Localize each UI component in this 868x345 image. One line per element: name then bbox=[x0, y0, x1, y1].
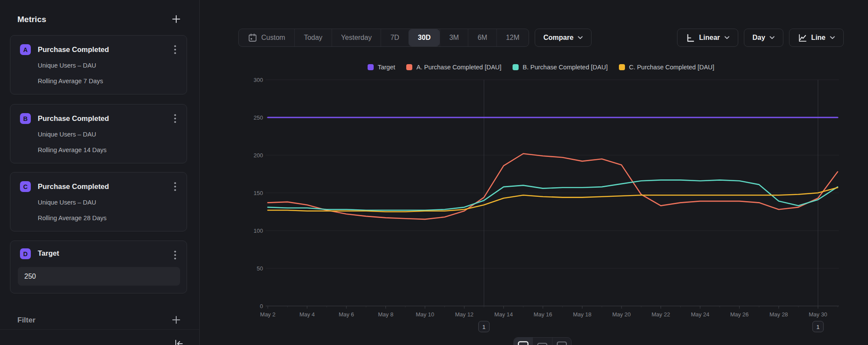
collapse-sidebar-button[interactable] bbox=[173, 338, 185, 345]
metric-measure: Unique Users – DAU bbox=[38, 62, 96, 69]
kebab-icon bbox=[174, 182, 176, 191]
chart-type-select-button[interactable]: Line bbox=[789, 29, 844, 47]
interval-label: Day bbox=[753, 34, 765, 42]
add-metric-button[interactable] bbox=[171, 14, 181, 24]
add-filter-button[interactable] bbox=[171, 315, 181, 325]
calendar-icon bbox=[248, 33, 257, 42]
date-range-6m[interactable]: 6M bbox=[468, 29, 496, 46]
chevron-down-icon bbox=[724, 36, 730, 39]
svg-text:May 30: May 30 bbox=[809, 311, 827, 318]
metric-card-a[interactable]: APurchase CompletedUnique Users – DAURol… bbox=[10, 35, 187, 94]
legend-item[interactable]: B. Purchase Completed [DAU] bbox=[513, 64, 608, 71]
plus-icon bbox=[171, 315, 181, 325]
metric-card-c[interactable]: CPurchase CompletedUnique Users – DAURol… bbox=[10, 172, 187, 231]
date-range-label: 6M bbox=[477, 34, 487, 42]
date-range-label: Yesterday bbox=[341, 34, 372, 42]
legend-item[interactable]: A. Purchase Completed [DAU] bbox=[406, 64, 501, 71]
svg-text:50: 50 bbox=[257, 265, 263, 272]
metric-measure: Unique Users – DAU bbox=[38, 131, 96, 138]
svg-text:May 4: May 4 bbox=[299, 311, 315, 318]
metric-card-b[interactable]: BPurchase CompletedUnique Users – DAURol… bbox=[10, 104, 187, 163]
date-range-label: Custom bbox=[261, 34, 285, 42]
chart-display-controls: Linear Day Line bbox=[677, 29, 844, 47]
sidebar: Metrics APurchase CompletedUnique Users … bbox=[0, 0, 200, 345]
svg-text:May 14: May 14 bbox=[494, 311, 513, 318]
annotation-marker[interactable]: 1 bbox=[812, 321, 823, 332]
date-range-7d[interactable]: 7D bbox=[381, 29, 408, 46]
chart-type-label: Line bbox=[811, 34, 825, 42]
metric-menu-button[interactable] bbox=[169, 112, 181, 125]
date-range-label: 12M bbox=[506, 34, 519, 42]
svg-text:May 20: May 20 bbox=[612, 311, 631, 318]
metric-badge: C bbox=[20, 181, 31, 192]
line-chart[interactable]: 050100150200250300May 2May 4May 6May 8Ma… bbox=[243, 76, 868, 345]
legend-item[interactable]: Target bbox=[368, 64, 395, 71]
svg-text:May 18: May 18 bbox=[573, 311, 592, 318]
chevron-down-icon bbox=[830, 36, 835, 39]
kebab-icon bbox=[174, 45, 176, 54]
interval-select-button[interactable]: Day bbox=[744, 29, 783, 47]
chart-size-option-large[interactable] bbox=[514, 338, 533, 345]
date-range-3m[interactable]: 3M bbox=[440, 29, 468, 46]
legend-swatch bbox=[368, 64, 374, 70]
filter-panel-title: Filter bbox=[17, 316, 36, 325]
target-value-input[interactable] bbox=[18, 267, 180, 286]
scale-select-button[interactable]: Linear bbox=[677, 29, 738, 47]
svg-text:May 24: May 24 bbox=[691, 311, 710, 318]
svg-text:250: 250 bbox=[253, 114, 263, 121]
compare-label: Compare bbox=[543, 34, 573, 42]
small-rect-icon bbox=[556, 341, 567, 345]
chevron-down-icon bbox=[769, 36, 775, 39]
svg-text:150: 150 bbox=[253, 190, 263, 196]
legend-swatch bbox=[619, 64, 625, 70]
large-rect-icon bbox=[518, 341, 529, 345]
metric-title: Purchase Completed bbox=[38, 114, 109, 123]
svg-text:May 10: May 10 bbox=[416, 311, 434, 318]
line-chart-icon bbox=[798, 33, 807, 42]
metric-badge: D bbox=[20, 248, 31, 259]
svg-text:May 26: May 26 bbox=[730, 311, 749, 318]
date-range-30d[interactable]: 30D bbox=[408, 29, 440, 46]
kebab-icon bbox=[174, 114, 176, 123]
date-range-12m[interactable]: 12M bbox=[496, 29, 529, 46]
chart-size-option-medium[interactable] bbox=[533, 338, 552, 345]
medium-rect-icon bbox=[537, 341, 548, 345]
chart-canvas[interactable]: 050100150200250300May 2May 4May 6May 8Ma… bbox=[243, 76, 868, 345]
date-range-yesterday[interactable]: Yesterday bbox=[332, 29, 381, 46]
metric-badge: B bbox=[20, 113, 31, 124]
date-range-label: Today bbox=[304, 34, 322, 42]
metric-transform: Rolling Average 28 Days bbox=[38, 215, 107, 221]
annotation-marker[interactable]: 1 bbox=[479, 321, 490, 332]
metric-title: Purchase Completed bbox=[38, 46, 109, 54]
metric-menu-button[interactable] bbox=[169, 180, 181, 193]
metric-menu-button[interactable] bbox=[169, 248, 181, 261]
metric-title: Target bbox=[38, 249, 59, 257]
kebab-icon bbox=[174, 251, 176, 260]
legend-label: Target bbox=[378, 64, 395, 71]
plus-icon bbox=[171, 14, 181, 24]
metric-title: Purchase Completed bbox=[38, 182, 109, 191]
svg-text:300: 300 bbox=[253, 77, 263, 83]
metric-measure: Unique Users – DAU bbox=[38, 199, 96, 206]
svg-text:May 8: May 8 bbox=[378, 311, 393, 318]
collapse-left-icon bbox=[174, 338, 184, 345]
date-range-custom[interactable]: Custom bbox=[239, 29, 294, 46]
metrics-panel-title: Metrics bbox=[17, 15, 46, 24]
svg-text:May 12: May 12 bbox=[455, 311, 473, 318]
date-range-selector: CustomTodayYesterday7D30D3M6M12M bbox=[238, 29, 529, 47]
metric-badge: A bbox=[20, 44, 31, 55]
chevron-down-icon bbox=[578, 36, 583, 39]
date-range-today[interactable]: Today bbox=[294, 29, 332, 46]
metric-menu-button[interactable] bbox=[169, 43, 181, 56]
metrics-dashboard: Metrics APurchase CompletedUnique Users … bbox=[0, 0, 868, 345]
legend-swatch bbox=[513, 64, 519, 70]
compare-button[interactable]: Compare bbox=[535, 29, 592, 47]
legend-label: A. Purchase Completed [DAU] bbox=[416, 64, 501, 71]
legend-item[interactable]: C. Purchase Completed [DAU] bbox=[619, 64, 714, 71]
date-range-label: 3M bbox=[449, 34, 459, 42]
svg-text:1: 1 bbox=[482, 324, 486, 330]
sidebar-divider bbox=[0, 329, 199, 330]
metric-card-target[interactable]: D Target bbox=[10, 241, 187, 293]
metric-transform: Rolling Average 14 Days bbox=[38, 146, 107, 153]
chart-size-option-small[interactable] bbox=[552, 338, 571, 345]
